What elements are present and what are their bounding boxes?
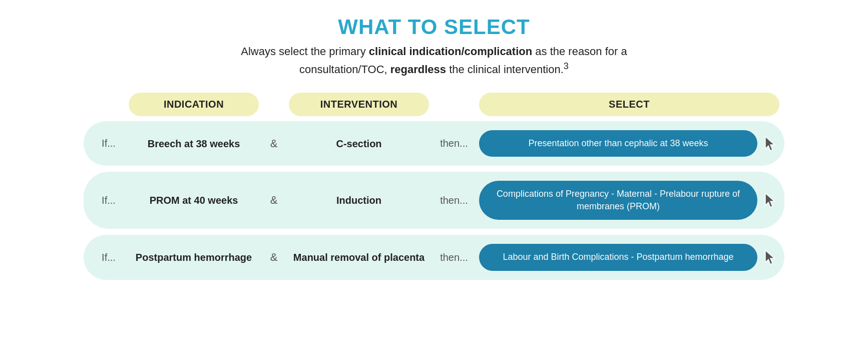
header-intervention: INTERVENTION (289, 93, 429, 116)
table-header-row: INDICATION INTERVENTION SELECT (84, 93, 784, 116)
header-indication: INDICATION (129, 93, 259, 116)
row1-select-cell: Presentation other than cephalic at 38 w… (479, 130, 779, 157)
subtitle-sup: 3 (564, 61, 569, 71)
row2-cursor-icon (761, 191, 779, 209)
page-title: WHAT TO SELECT (338, 15, 530, 39)
table-row: If... Postpartum hemorrhage & Manual rem… (84, 235, 784, 279)
row1-then: then... (429, 138, 479, 149)
row3-cursor-icon (761, 248, 779, 266)
subtitle-bold2: regardless (390, 63, 446, 76)
row3-select-button[interactable]: Labour and Birth Complications - Postpar… (479, 244, 757, 270)
row1-intervention: C-section (289, 137, 429, 150)
row3-then: then... (429, 252, 479, 263)
row1-indication: Breech at 38 weeks (129, 137, 259, 150)
subtitle-plain: Always select the primary (241, 45, 369, 58)
row2-ampersand: & (259, 194, 289, 207)
row3-ampersand: & (259, 251, 289, 264)
main-table: INDICATION INTERVENTION SELECT If... Bre… (84, 93, 784, 286)
row2-select-button[interactable]: Complications of Pregnancy - Maternal - … (479, 181, 757, 220)
subtitle-bold1: clinical indication/complication (369, 45, 532, 58)
subtitle-end: the clinical intervention. (446, 63, 564, 76)
row2-indication: PROM at 40 weeks (129, 194, 259, 207)
row3-if: If... (89, 252, 129, 263)
row3-select-cell: Labour and Birth Complications - Postpar… (479, 244, 779, 270)
header-empty-1 (89, 93, 129, 116)
row2-intervention: Induction (289, 194, 429, 207)
header-empty-2 (259, 93, 289, 116)
row3-indication: Postpartum hemorrhage (129, 251, 259, 264)
row1-if: If... (89, 138, 129, 149)
row1-select-button[interactable]: Presentation other than cephalic at 38 w… (479, 130, 757, 157)
header-empty-3 (429, 93, 479, 116)
table-row: If... PROM at 40 weeks & Induction then.… (84, 172, 784, 229)
row3-intervention: Manual removal of placenta (289, 251, 429, 264)
row1-ampersand: & (259, 137, 289, 150)
row1-cursor-icon (761, 135, 779, 153)
row2-then: then... (429, 195, 479, 206)
header-select: SELECT (479, 93, 779, 116)
subtitle: Always select the primary clinical indic… (209, 44, 659, 78)
table-row: If... Breech at 38 weeks & C-section the… (84, 121, 784, 166)
row2-select-cell: Complications of Pregnancy - Maternal - … (479, 181, 779, 220)
row2-if: If... (89, 195, 129, 206)
